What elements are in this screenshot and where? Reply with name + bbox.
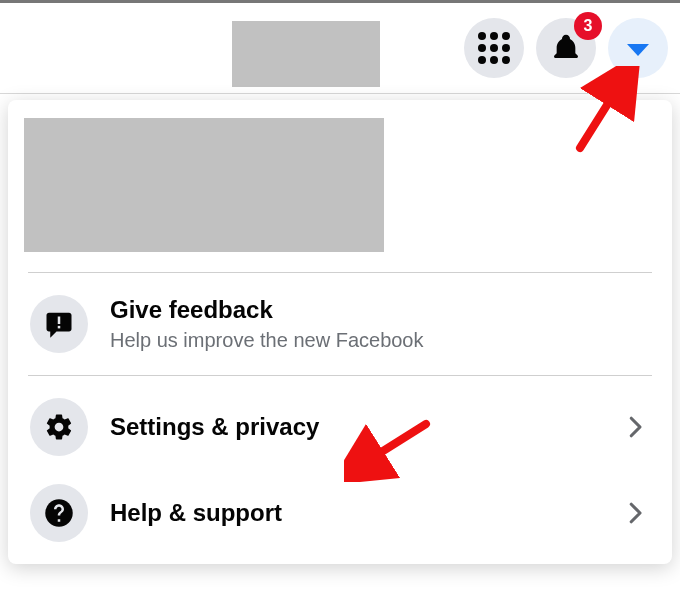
divider: [28, 272, 652, 273]
menu-item-help-support[interactable]: Help & support: [8, 470, 672, 556]
menu-item-title: Help & support: [110, 499, 598, 528]
caret-down-icon: [627, 44, 649, 56]
menu-item-title: Settings & privacy: [110, 413, 598, 442]
top-navbar: 3: [0, 0, 680, 94]
chevron-right-icon: [620, 498, 650, 528]
bell-icon: [550, 32, 582, 64]
redacted-region: [24, 118, 384, 252]
menu-item-feedback[interactable]: Give feedback Help us improve the new Fa…: [8, 281, 672, 367]
menu-item-settings-privacy[interactable]: Settings & privacy: [8, 384, 672, 470]
gear-icon: [30, 398, 88, 456]
notification-badge: 3: [574, 12, 602, 40]
redacted-region: [232, 21, 380, 87]
grid-icon: [478, 32, 510, 64]
menu-item-title: Give feedback: [110, 296, 650, 325]
account-dropdown-panel: Give feedback Help us improve the new Fa…: [8, 100, 672, 564]
feedback-icon: [30, 295, 88, 353]
chevron-right-icon: [620, 412, 650, 442]
menu-item-subtitle: Help us improve the new Facebook: [110, 329, 650, 352]
svg-rect-1: [58, 326, 61, 329]
menu-apps-button[interactable]: [464, 18, 524, 78]
divider: [28, 375, 652, 376]
notifications-button[interactable]: 3: [536, 18, 596, 78]
profile-section[interactable]: [24, 118, 656, 252]
account-dropdown-button[interactable]: [608, 18, 668, 78]
svg-rect-0: [58, 317, 61, 325]
help-icon: [30, 484, 88, 542]
